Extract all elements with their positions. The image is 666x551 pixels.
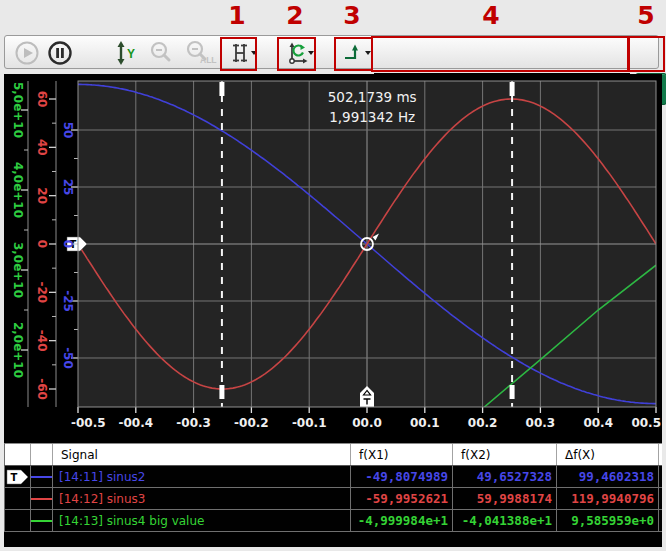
header-marker-col [5, 444, 31, 465]
y-tick-label: -50 [61, 347, 75, 369]
signal-color-cell [31, 510, 53, 531]
callout-2: 2 [285, 2, 305, 30]
table-header-row: Signal f(X1) f(X2) Δf(X) [4, 443, 662, 466]
dfx-value: 99,4602318 [557, 466, 659, 487]
cursor-tool-icon [228, 41, 258, 65]
x-tick-label: -00.3 [176, 416, 211, 430]
signal-color-swatch [31, 476, 52, 478]
signal-name: [14:11] sinus2 [53, 466, 351, 487]
header-swatch-col [31, 444, 53, 465]
cursor-tool-button[interactable] [228, 40, 258, 66]
row-marker-cell [5, 488, 31, 509]
cursor-delta-freq: 1,991342 Hz [329, 109, 415, 125]
svg-text:Y: Y [127, 47, 135, 61]
svg-text:T: T [10, 472, 17, 483]
svg-text:ALL: ALL [200, 55, 217, 65]
zoom-out-all-button[interactable]: ALL [183, 40, 219, 66]
x-tick-label: 00.3 [526, 416, 556, 430]
header-dfx: Δf(X) [557, 444, 659, 465]
x-tick-label: -00.4 [119, 416, 154, 430]
y-tick-label: 5,0e+10 [11, 82, 25, 138]
signal-step-tool-button[interactable] [342, 40, 372, 66]
signal-name: [14:12] sinus3 [53, 488, 351, 509]
cursor-x2-top-handle[interactable] [510, 82, 515, 96]
y-tick-label: -20 [35, 281, 49, 303]
y-tick-label: 4,0e+10 [11, 162, 25, 218]
signal-chart: T5,0e+104,0e+103,0e+102,0e+106040200-20-… [4, 74, 662, 436]
app-window: 1 2 3 4 5 Y [0, 0, 666, 551]
dfx-value: 119,9940796 [557, 488, 659, 509]
x-tick-label: 00.4 [583, 416, 613, 430]
cursor-x1-bottom-handle[interactable] [219, 385, 224, 399]
x-tick-label: 00.0 [352, 416, 382, 430]
x-tick-label: 00.5 [631, 416, 661, 430]
y-tick-label: 0 [35, 240, 49, 248]
row-marker-cell: T [5, 466, 31, 487]
chevron-down-icon [308, 51, 314, 55]
y-tick-label: 20 [35, 187, 49, 204]
header-fx2: f(X2) [453, 444, 557, 465]
trigger-marker: T [6, 469, 30, 485]
y-tick-label: 3,0e+10 [11, 242, 25, 298]
y-tick-label: 25 [61, 179, 75, 196]
fx2-value: -4,041388e+1 [453, 510, 557, 531]
green-axis-labels: 5,0e+104,0e+103,0e+102,0e+10 [11, 82, 28, 378]
x-tick-label: -00.1 [292, 416, 327, 430]
play-icon [14, 40, 40, 66]
callout-4: 4 [481, 2, 501, 30]
callout-5: 5 [636, 2, 656, 30]
pause-icon [47, 40, 73, 66]
signal-color-cell [31, 466, 53, 487]
x-tick-label: -00.5 [71, 416, 106, 430]
callout-1: 1 [227, 2, 247, 30]
fx1-value: -4,999984e+1 [351, 510, 453, 531]
table-row[interactable]: [14:12] sinus3-59,995262159,9988174119,9… [4, 488, 662, 510]
cursor-x2-bottom-handle[interactable] [510, 385, 515, 399]
toolbar: Y ALL [4, 35, 659, 69]
fx2-value: 49,6527328 [453, 466, 557, 487]
y-scale-icon: Y [114, 40, 140, 66]
chart-panel: T5,0e+104,0e+103,0e+102,0e+106040200-20-… [4, 74, 662, 547]
table-row[interactable]: [14:13] sinus4 big value-4,999984e+1-4,0… [4, 510, 662, 532]
cursor-delta-time: 502,1739 ms [328, 89, 417, 105]
y-tick-label: -40 [35, 330, 49, 352]
x-tick-label: 00.2 [468, 416, 498, 430]
zoom-out-icon [148, 40, 174, 66]
chevron-down-icon [251, 51, 257, 55]
red-axis-labels: 6040200-20-40-60 [35, 91, 56, 400]
table-row[interactable]: T[14:11] sinus2-49,807498949,652732899,4… [4, 466, 662, 488]
x-tick-label: -00.2 [234, 416, 269, 430]
axis-refresh-icon [285, 41, 315, 65]
header-signal: Signal [53, 444, 351, 465]
fx1-value: -49,8074989 [351, 466, 453, 487]
signal-color-swatch [31, 520, 52, 522]
axis-tool-button[interactable] [285, 40, 315, 66]
dfx-value: 9,585959e+0 [557, 510, 659, 531]
play-button[interactable] [13, 40, 41, 66]
y-tick-label: 0 [61, 240, 75, 248]
y-tick-label: 60 [35, 91, 49, 108]
y-tick-label: -25 [61, 290, 75, 312]
signal-name: [14:13] sinus4 big value [53, 510, 351, 531]
signal-color-swatch [31, 498, 52, 500]
x-tick-label: 00.1 [410, 416, 440, 430]
autoscale-y-button[interactable]: Y [113, 40, 141, 66]
zoom-out-button[interactable] [147, 40, 175, 66]
fx2-value: 59,9988174 [453, 488, 557, 509]
x-axis-labels: -00.5-00.4-00.3-00.2-00.100.000.100.200.… [71, 407, 661, 430]
y-tick-label: -60 [35, 378, 49, 400]
y-tick-label: 40 [35, 139, 49, 156]
step-line-icon [342, 41, 372, 65]
cursor-x1-top-handle[interactable] [219, 82, 224, 96]
fx1-value: -59,9952621 [351, 488, 453, 509]
y-tick-label: 50 [61, 122, 75, 139]
chevron-down-icon [365, 51, 371, 55]
header-fx1: f(X1) [351, 444, 453, 465]
y-tick-label: 2,0e+10 [11, 322, 25, 378]
signal-table: Signal f(X1) f(X2) Δf(X) T[14:11] sinus2… [4, 443, 662, 532]
callout-3: 3 [342, 2, 362, 30]
blue-axis-labels: 50250-25-50 [61, 122, 78, 369]
zoom-out-all-icon: ALL [184, 40, 218, 66]
pause-button[interactable] [46, 40, 74, 66]
row-marker-cell [5, 510, 31, 531]
